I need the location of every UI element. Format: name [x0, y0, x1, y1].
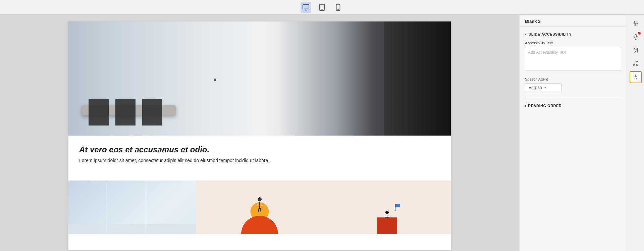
speech-agent-label: Speech Agent — [525, 77, 621, 81]
chair-3 — [142, 99, 162, 126]
mobile-view-button[interactable] — [333, 2, 343, 13]
svg-rect-11 — [635, 35, 636, 37]
record-icon-button[interactable] — [630, 31, 642, 43]
svg-point-2 — [322, 9, 322, 9]
main-area: At vero eos et accusamus et odio. Lorem … — [0, 15, 644, 251]
svg-point-17 — [635, 75, 636, 76]
bottom-images-row — [68, 181, 451, 234]
accessibility-sidebar: Blank 2 ▾ SLIDE ACCESSIBILITY Accessibil… — [519, 15, 627, 251]
sidebar-header: Blank 2 — [520, 15, 627, 27]
accessibility-icon-button[interactable] — [630, 71, 642, 83]
reading-order-label: READING ORDER — [528, 104, 561, 108]
slide-container: At vero eos et accusamus et odio. Lorem … — [68, 21, 451, 250]
chevron-right-icon: › — [525, 104, 526, 108]
svg-point-15 — [633, 64, 635, 66]
slide-content: At vero eos et accusamus et odio. Lorem … — [68, 136, 451, 181]
svg-point-16 — [636, 64, 638, 66]
accessibility-text-label: Accessibility Text — [525, 41, 621, 45]
speech-agent-dropdown[interactable]: English ▾ — [525, 83, 562, 92]
speech-agent-value: English — [529, 85, 542, 90]
tablet-view-button[interactable] — [317, 2, 327, 13]
device-toolbar — [0, 0, 644, 15]
svg-point-8 — [634, 21, 635, 22]
slide-accessibility-heading[interactable]: ▾ SLIDE ACCESSIBILITY — [525, 32, 621, 36]
hero-image — [68, 21, 451, 136]
audio-icon-button[interactable] — [630, 58, 642, 70]
slide-body: Lorem ipsum dolor sit amet, consectetur … — [79, 158, 440, 163]
svg-point-9 — [636, 23, 637, 24]
dark-wall — [384, 21, 451, 136]
bottom-image-2 — [196, 181, 323, 234]
svg-rect-0 — [303, 4, 309, 9]
svg-point-10 — [635, 24, 636, 26]
bottom-image-3 — [323, 181, 451, 234]
transitions-icon-button[interactable] — [630, 44, 642, 56]
icon-panel — [627, 15, 644, 251]
chevron-down-icon: ▾ — [525, 33, 527, 36]
red-indicator-dot — [638, 32, 641, 35]
chair-2 — [115, 99, 136, 126]
reading-order-heading[interactable]: › READING ORDER — [525, 104, 621, 108]
svg-point-4 — [338, 9, 338, 9]
dropdown-arrow-icon: ▾ — [544, 86, 546, 89]
accessibility-text-input[interactable] — [525, 47, 621, 70]
section-label: SLIDE ACCESSIBILITY — [529, 32, 572, 36]
canvas-area: At vero eos et accusamus et odio. Lorem … — [0, 15, 519, 251]
bottom-image-1 — [68, 181, 196, 234]
slide-title: At vero eos et accusamus et odio. — [79, 145, 440, 154]
desktop-view-button[interactable] — [301, 2, 311, 13]
reading-order-section: › READING ORDER — [525, 99, 621, 108]
settings-icon-button[interactable] — [630, 17, 642, 30]
sidebar-title: Blank 2 — [525, 19, 621, 24]
sidebar-panel: ▾ SLIDE ACCESSIBILITY Accessibility Text… — [520, 27, 627, 251]
speech-agent-section: Speech Agent English ▾ — [525, 77, 621, 92]
chair-1 — [89, 99, 109, 126]
